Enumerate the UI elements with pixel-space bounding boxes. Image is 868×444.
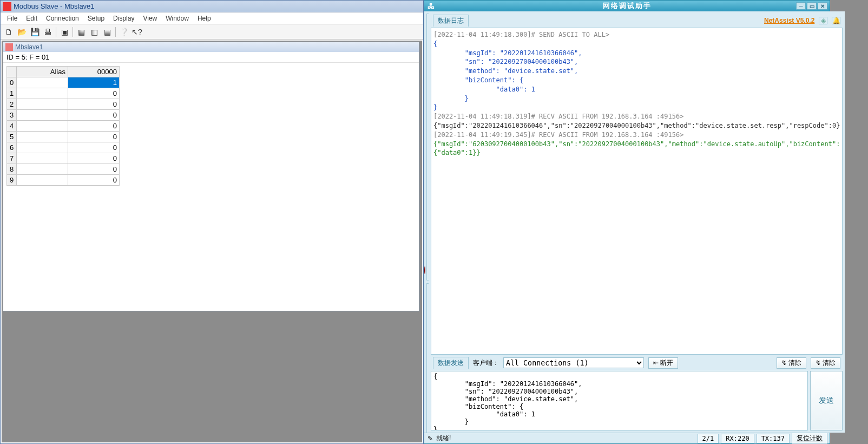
menu-edit[interactable]: Edit	[22, 14, 42, 23]
row-index: 9	[7, 175, 17, 186]
broom-icon: ↯	[816, 359, 821, 367]
value-cell[interactable]: 0	[68, 142, 120, 153]
row-index: 4	[7, 121, 17, 132]
value-cell[interactable]: 0	[68, 153, 120, 164]
app-icon	[3, 2, 11, 11]
bell-icon[interactable]: 🔔	[832, 17, 840, 24]
document-window[interactable]: Mbslave1 ID = 5: F = 01 Alias 00000 0 11…	[3, 42, 419, 311]
send-button[interactable]: 发送	[810, 371, 843, 430]
connection-select[interactable]: All Connections (1)	[503, 357, 644, 368]
send-bar: 数据发送 客户端： All Connections (1) ⇤断开 ↯清除 ↯清…	[431, 356, 843, 370]
table-row[interactable]: 9 0	[7, 175, 120, 186]
send-textarea[interactable]	[431, 371, 808, 430]
clear-button-1[interactable]: ↯清除	[777, 357, 806, 369]
id-line: ID = 5: F = 01	[3, 52, 419, 63]
register-table: Alias 00000 0 11 02 03 04 05 06 07 08 09…	[6, 66, 120, 186]
alias-cell[interactable]	[17, 77, 68, 88]
version-label[interactable]: NetAssist V5.0.2	[764, 17, 814, 24]
print-icon[interactable]: 🖶	[42, 26, 54, 38]
alias-cell[interactable]	[17, 153, 68, 164]
value-cell[interactable]: 0	[68, 99, 120, 110]
diamond-icon[interactable]: ◈	[819, 17, 827, 24]
row-index: 2	[7, 99, 17, 110]
alias-cell[interactable]	[17, 142, 68, 153]
log-area[interactable]: [2022-11-04 11:49:18.300]# SEND ASCII TO…	[431, 28, 843, 355]
row-index: 0	[7, 77, 17, 88]
log-tab[interactable]: 数据日志	[433, 15, 469, 27]
alias-cell[interactable]	[17, 164, 68, 175]
na-titlebar[interactable]: 🖧 网络调试助手 ─ ▭ ✕	[424, 1, 830, 11]
menu-help[interactable]: Help	[193, 14, 215, 23]
alias-cell[interactable]	[17, 110, 68, 121]
clear-button-2[interactable]: ↯清除	[811, 357, 840, 369]
row-index: 3	[7, 110, 17, 121]
mbslave-titlebar[interactable]: Modbus Slave - Mbslave1	[1, 1, 423, 12]
broom-icon: ↯	[781, 359, 787, 367]
tool-icon-1[interactable]: ▣	[58, 26, 70, 38]
table-row[interactable]: 8 0	[7, 164, 120, 175]
menu-connection[interactable]: Connection	[42, 14, 83, 23]
help-icon[interactable]: ❔	[118, 26, 130, 38]
send-tab[interactable]: 数据发送	[433, 357, 469, 369]
tool-icon-2[interactable]: ▦	[75, 26, 87, 38]
alias-cell[interactable]	[17, 132, 68, 142]
table-row[interactable]: 5 0	[7, 132, 120, 142]
minimize-button[interactable]: ─	[796, 2, 806, 10]
col-00000[interactable]: 00000	[68, 67, 120, 77]
value-cell[interactable]: 1	[68, 77, 120, 88]
alias-cell[interactable]	[17, 99, 68, 110]
menubar: File Edit Connection Setup Display View …	[1, 12, 423, 24]
netassist-window: 🖧 网络调试助手 ─ ▭ ✕ 网络设置 （1）协议类型 TCP Server （…	[424, 0, 830, 444]
app-icon: 🖧	[426, 2, 435, 10]
whatsthis-icon[interactable]: ↖?	[131, 26, 143, 38]
ready-label: 就绪!	[436, 434, 451, 443]
table-row[interactable]: 6 0	[7, 142, 120, 153]
disconnect-button[interactable]: ⇤断开	[648, 357, 678, 369]
alias-cell[interactable]	[17, 121, 68, 132]
value-cell[interactable]: 0	[68, 132, 120, 142]
menu-file[interactable]: File	[3, 14, 22, 23]
left-panel: 网络设置 （1）协议类型 TCP Server （2）本地主机地址 192.16…	[424, 11, 429, 433]
menu-window[interactable]: Window	[161, 14, 193, 23]
table-row[interactable]: 7 0	[7, 153, 120, 164]
right-panel: 数据日志 NetAssist V5.0.2 ◈ 🔔 [2022-11-04 11…	[429, 11, 845, 433]
tx-count: TX:137	[757, 434, 790, 443]
ready-icon: ✎	[426, 435, 434, 442]
maximize-button[interactable]: ▭	[807, 2, 817, 10]
window-title: 网络调试助手	[603, 1, 652, 11]
table-row[interactable]: 4 0	[7, 121, 120, 132]
alias-cell[interactable]	[17, 88, 68, 99]
row-index: 5	[7, 132, 17, 142]
close-button[interactable]: ✕	[818, 2, 827, 10]
tool-icon-3[interactable]: ▥	[88, 26, 100, 38]
table-row[interactable]: 3 0	[7, 110, 120, 121]
tool-icon-4[interactable]: ▤	[101, 26, 113, 38]
menu-display[interactable]: Display	[109, 14, 139, 23]
window-title: Modbus Slave - Mbslave1	[14, 2, 95, 10]
value-cell[interactable]: 0	[68, 164, 120, 175]
reset-count-button[interactable]: 复位计数	[792, 433, 827, 444]
separator	[56, 27, 56, 37]
new-icon[interactable]: 🗋	[3, 26, 15, 38]
table-row[interactable]: 2 0	[7, 99, 120, 110]
save-icon[interactable]: 💾	[29, 26, 41, 38]
separator	[73, 27, 73, 37]
alias-cell[interactable]	[17, 175, 68, 186]
tab-row: 数据日志 NetAssist V5.0.2 ◈ 🔔	[431, 14, 843, 28]
value-cell[interactable]: 0	[68, 110, 120, 121]
menu-setup[interactable]: Setup	[83, 14, 109, 23]
doc-titlebar[interactable]: Mbslave1	[3, 42, 419, 52]
value-cell[interactable]: 0	[68, 175, 120, 186]
status-bar: ✎ 就绪! 2/1 RX:220 TX:137 复位计数	[424, 433, 830, 443]
col-alias[interactable]: Alias	[17, 67, 68, 77]
doc-icon	[5, 43, 13, 51]
client-label: 客户端：	[473, 358, 499, 368]
open-icon[interactable]: 📂	[16, 26, 28, 38]
value-cell[interactable]: 0	[68, 88, 120, 99]
doc-title: Mbslave1	[15, 43, 43, 51]
table-row[interactable]: 1 0	[7, 88, 120, 99]
row-index: 1	[7, 88, 17, 99]
value-cell[interactable]: 0	[68, 121, 120, 132]
table-row[interactable]: 0 1	[7, 77, 120, 88]
menu-view[interactable]: View	[139, 14, 161, 23]
